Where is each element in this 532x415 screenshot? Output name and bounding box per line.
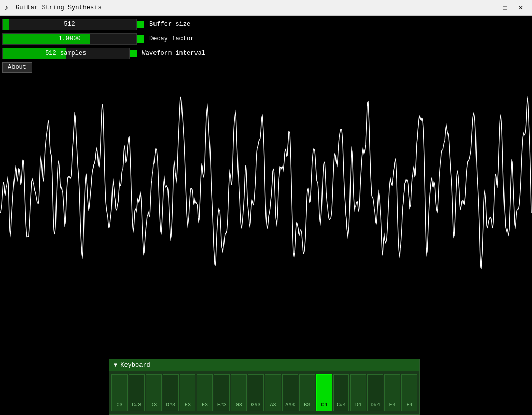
- waveform-interval-slider[interactable]: 512 samples: [2, 48, 130, 59]
- key-C3[interactable]: C3: [111, 374, 128, 411]
- key-Csharp3[interactable]: C#3: [129, 374, 145, 411]
- waveform-interval-indicator: [130, 50, 137, 57]
- key-Csharp4[interactable]: C#4: [333, 374, 349, 411]
- minimize-button[interactable]: —: [482, 2, 497, 13]
- about-button[interactable]: About: [2, 62, 32, 73]
- key-E4[interactable]: E4: [384, 374, 400, 411]
- decay-factor-label: Decay factor: [149, 35, 194, 43]
- key-Gsharp3[interactable]: G#3: [248, 374, 264, 411]
- key-G3[interactable]: G3: [231, 374, 247, 411]
- waveform-interval-row: 512 samples Waveform interval: [2, 47, 205, 60]
- control-panel: 512 Buffer size 1.0000 Decay factor 512 …: [0, 16, 207, 75]
- buffer-size-row: 512 Buffer size: [2, 18, 205, 31]
- titlebar: ♪ Guitar String Synthesis — □ ✕: [0, 0, 532, 16]
- keyboard-label: Keyboard: [120, 362, 150, 369]
- key-F3[interactable]: F3: [197, 374, 213, 411]
- key-Dsharp3[interactable]: D#3: [163, 374, 179, 411]
- key-A3[interactable]: A3: [265, 374, 281, 411]
- key-Dsharp4[interactable]: D#4: [367, 374, 383, 411]
- key-D4[interactable]: D4: [350, 374, 366, 411]
- key-B3[interactable]: B3: [299, 374, 315, 411]
- key-D3[interactable]: D3: [146, 374, 162, 411]
- keyboard-collapse-icon[interactable]: ▼: [114, 362, 117, 369]
- keyboard-section: ▼ Keyboard C3C#3D3D#3E3F3F#3G3G#3A3A#3B3…: [109, 359, 420, 415]
- maximize-button[interactable]: □: [498, 2, 512, 13]
- keyboard-header: ▼ Keyboard: [109, 359, 419, 371]
- keyboard-keys: C3C#3D3D#3E3F3F#3G3G#3A3A#3B3C4C#4D4D#4E…: [109, 371, 419, 414]
- key-Fsharp3[interactable]: F#3: [214, 374, 230, 411]
- titlebar-controls: — □ ✕: [482, 2, 528, 13]
- buffer-size-indicator: [137, 21, 144, 28]
- decay-indicator: [137, 35, 144, 43]
- close-button[interactable]: ✕: [513, 2, 528, 13]
- decay-factor-slider[interactable]: 1.0000: [2, 33, 137, 45]
- waveform-interval-value: 512 samples: [3, 50, 129, 57]
- titlebar-title: Guitar String Synthesis: [16, 4, 102, 11]
- buffer-size-value: 512: [3, 21, 136, 28]
- key-Asharp3[interactable]: A#3: [282, 374, 298, 411]
- app-icon: ♪: [4, 4, 12, 12]
- key-F4[interactable]: F4: [401, 374, 417, 411]
- decay-factor-row: 1.0000 Decay factor: [2, 32, 205, 46]
- buffer-size-label: Buffer size: [149, 21, 190, 28]
- decay-factor-value: 1.0000: [3, 35, 136, 43]
- key-E3[interactable]: E3: [180, 374, 196, 411]
- buffer-size-slider[interactable]: 512: [2, 19, 137, 30]
- titlebar-left: ♪ Guitar String Synthesis: [4, 4, 102, 12]
- key-C4[interactable]: C4: [316, 374, 332, 411]
- waveform-interval-label: Waveform interval: [142, 50, 205, 57]
